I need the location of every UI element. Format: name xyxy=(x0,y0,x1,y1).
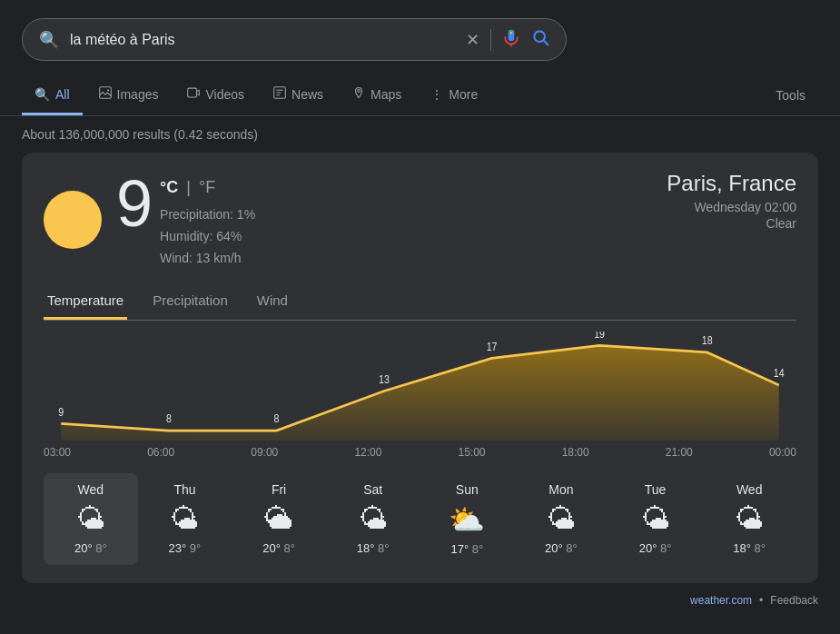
images-icon xyxy=(99,86,112,102)
location-name: Paris, France xyxy=(667,171,796,196)
high-fri: 20° xyxy=(262,541,281,555)
day-forecast: Wed 🌤 20° 8° Thu 🌤 23° 9° Fri 🌥 20° 8° S… xyxy=(44,473,796,565)
all-icon: 🔍 xyxy=(35,87,50,102)
day-sat[interactable]: Sat 🌤 18° 8° xyxy=(326,473,420,565)
fahrenheit-unit[interactable]: °F xyxy=(199,178,215,196)
weather-details: Precipitation: 1% Humidity: 64% Wind: 13… xyxy=(160,204,255,269)
sub-tab-precipitation[interactable]: Precipitation xyxy=(149,285,232,320)
day-wed-next[interactable]: Wed 🌤 18° 8° xyxy=(702,473,796,565)
celsius-unit[interactable]: °C xyxy=(160,178,178,196)
unit-sep: | xyxy=(186,178,191,196)
tab-maps[interactable]: Maps xyxy=(340,75,414,115)
day-temps-sat: 18° 8° xyxy=(331,541,415,555)
location-condition: Clear xyxy=(667,216,796,231)
tools-button[interactable]: Tools xyxy=(763,77,818,114)
day-tue[interactable]: Tue 🌤 20° 8° xyxy=(608,473,703,565)
high-mon: 20° xyxy=(545,541,563,555)
time-15: 15:00 xyxy=(459,446,486,459)
low-sun: 8° xyxy=(472,542,483,556)
day-icon-fri: 🌥 xyxy=(237,502,321,536)
svg-text:13: 13 xyxy=(379,374,390,386)
day-icon-sun: ⛅ xyxy=(426,502,509,537)
day-temps-wed-next: 18° 8° xyxy=(707,541,791,555)
tab-images[interactable]: Images xyxy=(86,75,172,115)
day-name-thu: Thu xyxy=(143,482,227,497)
day-thu[interactable]: Thu 🌤 23° 9° xyxy=(138,473,232,565)
day-icon-wed-next: 🌤 xyxy=(707,502,791,536)
day-name-wed: Wed xyxy=(49,482,133,497)
tab-all[interactable]: 🔍 All xyxy=(22,76,83,115)
bullet-sep: • xyxy=(759,594,763,607)
high-sat: 18° xyxy=(357,541,375,555)
day-name-tue: Tue xyxy=(614,482,697,497)
low-wed-next: 8° xyxy=(755,541,766,555)
more-icon: ⋮ xyxy=(430,87,443,102)
precipitation: Precipitation: 1% xyxy=(160,204,255,226)
time-06: 06:00 xyxy=(147,446,174,459)
clear-icon[interactable]: ✕ xyxy=(466,30,479,50)
weather-left: 9 °C | °F Precipitation: 1% Humidity: 64… xyxy=(44,171,255,269)
svg-text:8: 8 xyxy=(273,413,279,425)
day-icon-tue: 🌤 xyxy=(614,502,697,536)
unit-toggle[interactable]: °C | °F xyxy=(160,178,255,197)
sub-tab-temperature[interactable]: Temperature xyxy=(44,285,127,320)
day-temps-tue: 20° 8° xyxy=(614,541,697,555)
day-icon-sat: 🌤 xyxy=(331,502,415,536)
location-time: Wednesday 02:00 xyxy=(667,200,796,214)
day-icon-wed: 🌤 xyxy=(49,502,133,536)
time-labels: 03:00 06:00 09:00 12:00 15:00 18:00 21:0… xyxy=(44,441,796,459)
feedback-link[interactable]: Feedback xyxy=(770,594,818,607)
temperature-value: 9 xyxy=(116,171,153,236)
day-wed-current[interactable]: Wed 🌤 20° 8° xyxy=(44,473,138,565)
tab-more[interactable]: ⋮ More xyxy=(418,76,490,115)
day-fri[interactable]: Fri 🌥 20° 8° xyxy=(232,473,326,565)
day-name-mon: Mon xyxy=(519,482,603,497)
svg-text:9: 9 xyxy=(58,407,64,419)
day-name-wed-next: Wed xyxy=(707,482,791,497)
search-submit-icon[interactable] xyxy=(531,28,549,51)
temperature-chart: 9 8 8 13 17 19 18 14 xyxy=(44,332,796,441)
search-input[interactable] xyxy=(70,32,455,48)
high-thu: 23° xyxy=(169,541,187,555)
tabs-left: 🔍 All Images Videos News Maps xyxy=(22,75,490,115)
day-temps-thu: 23° 9° xyxy=(143,541,227,555)
time-00: 00:00 xyxy=(769,446,796,459)
videos-icon xyxy=(187,86,200,102)
day-icon-thu: 🌤 xyxy=(143,502,227,536)
day-temps-sun: 17° 8° xyxy=(426,542,509,556)
microphone-icon[interactable] xyxy=(502,29,520,50)
time-09: 09:00 xyxy=(251,446,278,459)
low-fri: 8° xyxy=(283,541,294,555)
tab-videos[interactable]: Videos xyxy=(174,75,257,115)
svg-point-0 xyxy=(510,32,513,35)
time-18: 18:00 xyxy=(562,446,589,459)
low-tue: 8° xyxy=(660,541,671,555)
low-thu: 9° xyxy=(190,541,201,555)
results-count: About 136,000,000 results (0.42 seconds) xyxy=(0,116,840,153)
high-wed-next: 18° xyxy=(733,541,751,555)
svg-text:18: 18 xyxy=(702,335,713,347)
day-sun[interactable]: Sun ⛅ 17° 8° xyxy=(420,473,515,565)
low-wed: 8° xyxy=(95,541,106,555)
svg-rect-5 xyxy=(188,88,197,97)
svg-point-4 xyxy=(107,90,109,92)
sun-icon xyxy=(44,191,102,249)
temp-unit: °C | °F Precipitation: 1% Humidity: 64% … xyxy=(160,178,255,269)
day-name-sun: Sun xyxy=(426,482,509,497)
sub-tab-wind[interactable]: Wind xyxy=(253,285,292,320)
tab-news[interactable]: News xyxy=(261,75,336,115)
svg-text:17: 17 xyxy=(487,342,498,353)
day-name-fri: Fri xyxy=(237,482,321,497)
high-tue: 20° xyxy=(639,541,657,555)
svg-text:8: 8 xyxy=(166,413,172,425)
day-mon[interactable]: Mon 🌤 20° 8° xyxy=(514,473,608,565)
maps-icon xyxy=(352,86,365,102)
day-temps-fri: 20° 8° xyxy=(237,541,321,555)
wind: Wind: 13 km/h xyxy=(160,248,255,270)
day-temps-mon: 20° 8° xyxy=(519,541,603,555)
source-link[interactable]: weather.com xyxy=(690,594,752,607)
day-icon-mon: 🌤 xyxy=(519,502,603,536)
sub-tabs: Temperature Precipitation Wind xyxy=(44,285,796,321)
svg-rect-3 xyxy=(99,87,111,99)
time-03: 03:00 xyxy=(44,446,71,459)
